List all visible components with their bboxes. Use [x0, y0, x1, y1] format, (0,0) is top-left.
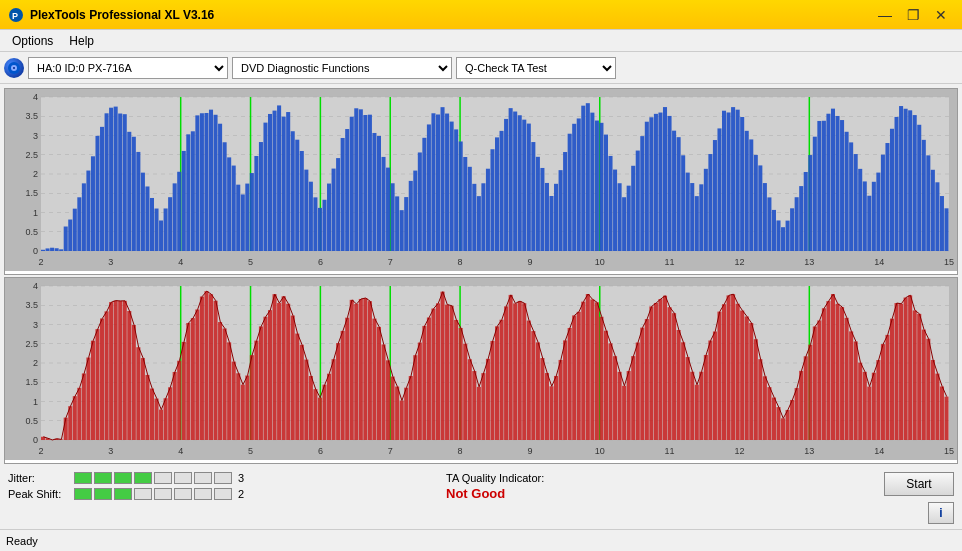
menu-bar: Options Help [0, 30, 962, 52]
peak-shift-row: Peak Shift: 2 [8, 488, 446, 500]
toolbar: HA:0 ID:0 PX-716A DVD Diagnostic Functio… [0, 52, 962, 84]
app-icon: P [8, 7, 24, 23]
start-button[interactable]: Start [884, 472, 954, 496]
jitter-seg-6 [174, 472, 192, 484]
jitter-seg-7 [194, 472, 212, 484]
jitter-seg-1 [74, 472, 92, 484]
bottom-area: Jitter: 3 Peak Shift: [0, 464, 962, 529]
peak-shift-value: 2 [238, 488, 244, 500]
toolbar-icon [4, 58, 24, 78]
peak-seg-4 [134, 488, 152, 500]
test-select[interactable]: Q-Check TA Test [456, 57, 616, 79]
ta-quality-area: TA Quality Indicator: Not Good [446, 468, 884, 501]
main-area: Jitter: 3 Peak Shift: [0, 84, 962, 529]
minimize-button[interactable]: — [872, 5, 898, 25]
peak-shift-label: Peak Shift: [8, 488, 68, 500]
bottom-chart-wrapper [4, 277, 958, 464]
close-button[interactable]: ✕ [928, 5, 954, 25]
svg-text:P: P [12, 11, 18, 21]
jitter-label: Jitter: [8, 472, 68, 484]
peak-seg-2 [94, 488, 112, 500]
peak-seg-3 [114, 488, 132, 500]
peak-seg-6 [174, 488, 192, 500]
top-chart [5, 89, 957, 271]
peak-seg-8 [214, 488, 232, 500]
bottom-chart [5, 278, 957, 460]
peak-shift-meter [74, 488, 232, 500]
title-bar: P PlexTools Professional XL V3.16 — ❐ ✕ [0, 0, 962, 30]
peak-seg-7 [194, 488, 212, 500]
jitter-value: 3 [238, 472, 244, 484]
jitter-seg-4 [134, 472, 152, 484]
svg-point-4 [13, 67, 15, 69]
ta-quality-value: Not Good [446, 486, 884, 501]
drive-select[interactable]: HA:0 ID:0 PX-716A [28, 57, 228, 79]
jitter-row: Jitter: 3 [8, 472, 446, 484]
peak-seg-1 [74, 488, 92, 500]
title-text: PlexTools Professional XL V3.16 [30, 8, 214, 22]
menu-options[interactable]: Options [4, 32, 61, 50]
title-controls: — ❐ ✕ [872, 5, 954, 25]
jitter-seg-5 [154, 472, 172, 484]
jitter-seg-8 [214, 472, 232, 484]
jitter-meter [74, 472, 232, 484]
metrics-area: Jitter: 3 Peak Shift: [8, 468, 446, 500]
title-bar-left: P PlexTools Professional XL V3.16 [8, 7, 214, 23]
status-text: Ready [6, 535, 38, 547]
top-chart-wrapper [4, 88, 958, 275]
function-select[interactable]: DVD Diagnostic Functions [232, 57, 452, 79]
info-button[interactable]: i [928, 502, 954, 524]
jitter-seg-3 [114, 472, 132, 484]
menu-help[interactable]: Help [61, 32, 102, 50]
ta-quality-label: TA Quality Indicator: [446, 472, 884, 484]
start-area: Start i [884, 468, 954, 524]
jitter-seg-2 [94, 472, 112, 484]
restore-button[interactable]: ❐ [900, 5, 926, 25]
charts-container [0, 84, 962, 464]
peak-seg-5 [154, 488, 172, 500]
status-bar: Ready [0, 529, 962, 551]
